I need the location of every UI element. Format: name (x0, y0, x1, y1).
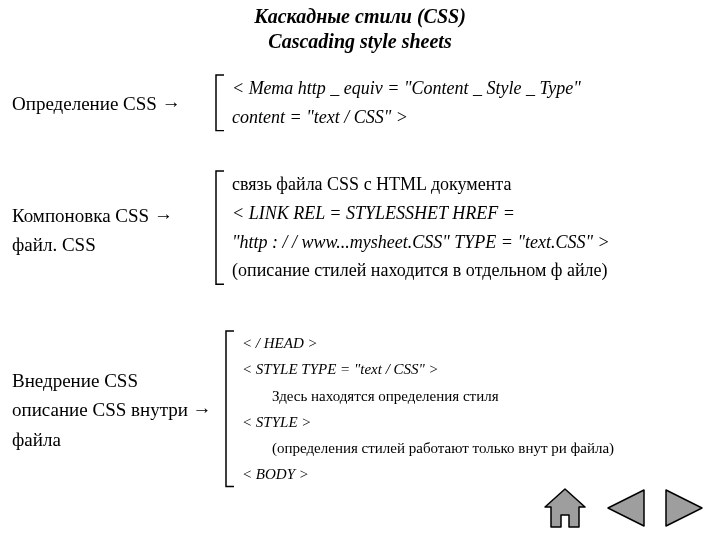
left-bracket-icon (212, 170, 226, 285)
label-line: Компоновка CSS → (12, 201, 212, 230)
section-definition: Определение CSS → < Мета http _ equiv = … (12, 74, 720, 134)
nav-bar (542, 486, 708, 530)
title-en: Cascading style sheets (268, 30, 451, 52)
next-button[interactable] (662, 486, 708, 530)
body-lines: связь файла CSS с HTML документа < LINK … (232, 170, 720, 285)
body-line: < LINK REL = STYLESSHET HREF = (232, 199, 720, 228)
label-line: Внедрение CSS (12, 366, 222, 395)
left-bracket-icon (212, 74, 226, 132)
body-lines: < Мета http _ equiv = "Content _ Style _… (232, 74, 720, 132)
label-line: файла (12, 425, 222, 454)
body-line: content = "text / CSS" > (232, 103, 720, 132)
title-ru: Каскадные стили (CSS) (254, 5, 466, 27)
section-body: < / HEAD > < STYLE TYPE = "text / CSS" >… (222, 330, 720, 488)
home-icon (542, 486, 588, 530)
body-line: Здесь находятся определения стиля (242, 383, 720, 409)
section-body: связь файла CSS с HTML документа < LINK … (212, 170, 720, 285)
svg-marker-2 (666, 490, 702, 526)
body-line: < Мета http _ equiv = "Content _ Style _… (232, 74, 720, 103)
label-line: Определение CSS → (12, 89, 212, 118)
section-label: Определение CSS → (12, 74, 212, 134)
section-body: < Мета http _ equiv = "Content _ Style _… (212, 74, 720, 132)
slide: Каскадные стили (CSS) Cascading style sh… (0, 0, 720, 540)
body-line: < / HEAD > (242, 330, 720, 356)
svg-marker-0 (545, 489, 585, 527)
label-line: файл. CSS (12, 230, 212, 259)
left-bracket-icon (222, 330, 236, 488)
home-button[interactable] (542, 486, 588, 530)
next-icon (662, 486, 708, 530)
section-embed: Внедрение CSS описание CSS внутри → файл… (12, 330, 720, 490)
svg-marker-1 (608, 490, 644, 526)
body-line: < STYLE TYPE = "text / CSS" > (242, 356, 720, 382)
body-line: (определения стилей работают только внут… (242, 435, 720, 461)
prev-button[interactable] (602, 486, 648, 530)
body-line: < STYLE > (242, 409, 720, 435)
prev-icon (602, 486, 648, 530)
label-line: описание CSS внутри → (12, 395, 222, 424)
body-lines: < / HEAD > < STYLE TYPE = "text / CSS" >… (242, 330, 720, 488)
slide-title: Каскадные стили (CSS) Cascading style sh… (0, 4, 720, 54)
body-line: < BODY > (242, 461, 720, 487)
body-line: (описание стилей находится в отдельном ф… (232, 256, 720, 285)
body-line: "http : / / www...mysheet.CSS" TYPE = "t… (232, 228, 720, 257)
section-label: Компоновка CSS → файл. CSS (12, 170, 212, 290)
section-link: Компоновка CSS → файл. CSS связь файла C… (12, 170, 720, 290)
section-label: Внедрение CSS описание CSS внутри → файл… (12, 330, 222, 490)
body-line: связь файла CSS с HTML документа (232, 170, 720, 199)
